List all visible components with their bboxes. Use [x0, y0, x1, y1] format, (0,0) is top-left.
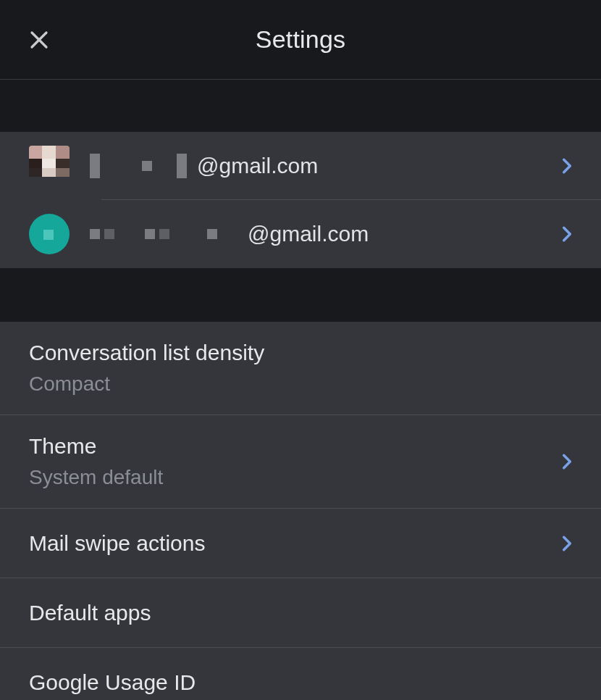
- redacted-text: [142, 161, 152, 171]
- accounts-section: @gmail.com @gmail.com: [0, 132, 601, 268]
- account-email: @gmail.com: [90, 154, 558, 178]
- page-title: Settings: [0, 25, 601, 54]
- redacted-text: [177, 154, 187, 178]
- redacted-text: [90, 154, 100, 178]
- setting-label: Google Usage ID: [29, 670, 576, 695]
- setting-value: Compact: [29, 372, 576, 396]
- settings-header: Settings: [0, 0, 601, 80]
- chevron-right-icon: [558, 452, 576, 471]
- avatar: [29, 146, 70, 186]
- email-suffix: @gmail.com: [197, 154, 318, 178]
- setting-label: Default apps: [29, 601, 576, 625]
- avatar: [29, 214, 70, 254]
- setting-label: Theme: [29, 434, 549, 459]
- chevron-right-icon: [558, 157, 576, 175]
- email-suffix: @gmail.com: [248, 222, 369, 246]
- chevron-right-icon: [558, 225, 576, 243]
- setting-default-apps[interactable]: Default apps: [0, 578, 601, 648]
- setting-mail-swipe-actions[interactable]: Mail swipe actions: [0, 509, 601, 578]
- general-settings-section: Conversation list density Compact Theme …: [0, 322, 601, 700]
- account-row[interactable]: @gmail.com: [0, 200, 601, 268]
- setting-label: Mail swipe actions: [29, 531, 549, 556]
- setting-conversation-density[interactable]: Conversation list density Compact: [0, 322, 601, 415]
- chevron-right-icon: [558, 534, 576, 553]
- close-icon: [28, 29, 50, 51]
- setting-theme[interactable]: Theme System default: [0, 415, 601, 509]
- redacted-text: [90, 229, 114, 239]
- redacted-text: [145, 229, 169, 239]
- close-button[interactable]: [26, 27, 52, 53]
- setting-label: Conversation list density: [29, 341, 576, 365]
- account-email: @gmail.com: [90, 222, 558, 246]
- setting-google-usage-id[interactable]: Google Usage ID: [0, 648, 601, 700]
- account-row[interactable]: @gmail.com: [0, 132, 601, 200]
- section-gap: [0, 268, 601, 322]
- section-gap: [0, 80, 601, 132]
- setting-value: System default: [29, 466, 549, 489]
- redacted-text: [207, 229, 217, 239]
